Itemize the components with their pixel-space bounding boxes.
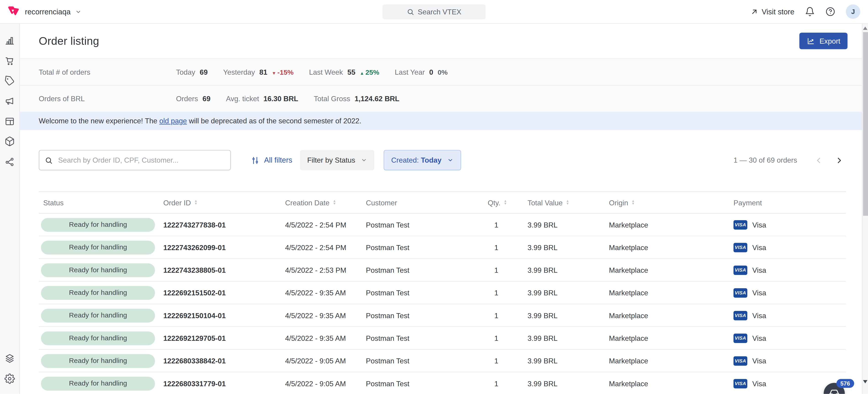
created-today-dropdown[interactable]: Created: Today [383, 150, 461, 170]
visa-card-icon: VISA [734, 265, 747, 274]
order-row[interactable]: Ready for handling1222692129705-014/5/20… [39, 327, 846, 350]
sidebar-item-marketing[interactable] [0, 96, 20, 106]
sidebar-item-catalog[interactable] [0, 136, 20, 147]
sidebar-item-settings[interactable] [0, 373, 20, 384]
creation-date: 4/5/2022 - 9:35 AM [285, 334, 366, 342]
notification-count-badge: 576 [836, 379, 854, 388]
order-id: 1222692151502-01 [163, 289, 285, 297]
export-button[interactable]: Export [800, 33, 848, 50]
visit-store-button[interactable]: Visit store [750, 7, 794, 16]
creation-date: 4/5/2022 - 9:05 AM [285, 357, 366, 365]
origin: Marketplace [609, 221, 734, 229]
column-header-qty[interactable]: Qty.▲▼ [488, 198, 527, 206]
total-value: 3.99 BRL [527, 289, 609, 297]
orders-table: StatusOrder ID▲▼Creation Date▲▼CustomerQ… [39, 191, 846, 394]
total-value: 3.99 BRL [527, 266, 609, 274]
banner-text-after: will be deprecated as of the second seme… [187, 117, 361, 125]
column-header-customer: Customer [366, 198, 488, 206]
quantity: 1 [488, 266, 527, 274]
quantity: 1 [488, 357, 527, 365]
app-window: recorrenciaqa Search VTEX Visit store [0, 0, 868, 394]
order-row[interactable]: Ready for handling1222743262099-014/5/20… [39, 236, 846, 259]
account-name: recorrenciaqa [25, 7, 71, 16]
status-badge: Ready for handling [41, 308, 155, 322]
status-badge: Ready for handling [41, 376, 155, 390]
quantity: 1 [488, 334, 527, 342]
order-row[interactable]: Ready for handling1222680338842-014/5/20… [39, 350, 846, 372]
total-value: 3.99 BRL [527, 311, 609, 319]
column-header-total-value[interactable]: Total Value▲▼ [527, 198, 609, 206]
customer-name: Postman Test [366, 289, 488, 297]
stat-delta: ▼ -15% [272, 68, 293, 76]
scrollbar-thumb[interactable] [863, 32, 868, 216]
stat-metric: Last Week55▲ 25% [309, 68, 379, 76]
column-header-order-id[interactable]: Order ID▲▼ [163, 198, 285, 206]
order-id: 1222743238805-01 [163, 266, 285, 274]
help-icon[interactable] [825, 7, 835, 17]
sidebar-item-orders[interactable] [0, 55, 20, 66]
order-stats: Total # of orders Today69Yesterday81▼ -1… [20, 58, 868, 112]
box-icon [4, 136, 15, 146]
filters-toolbar: All filters Filter by Status Created: To… [39, 150, 846, 170]
order-row[interactable]: Ready for handling1222680331779-014/5/20… [39, 372, 846, 394]
order-id: 1222692150104-01 [163, 311, 285, 319]
next-page-button[interactable] [833, 154, 846, 167]
payment-method: Visa [752, 243, 766, 252]
origin: Marketplace [609, 357, 734, 365]
table-header-row: StatusOrder ID▲▼Creation Date▲▼CustomerQ… [39, 191, 846, 214]
sidebar-item-storefront[interactable] [0, 116, 20, 127]
status-badge: Ready for handling [41, 331, 155, 345]
visa-card-icon: VISA [734, 220, 747, 229]
quantity: 1 [488, 221, 527, 229]
sort-icon: ▲▼ [504, 200, 507, 205]
sidebar-item-promotions[interactable] [0, 75, 20, 86]
external-link-arrow-icon [750, 8, 758, 15]
previous-page-button[interactable] [812, 154, 825, 167]
payment-method: Visa [752, 334, 766, 342]
notifications-bell-icon[interactable] [805, 7, 815, 17]
sidebar-item-integrations[interactable] [0, 156, 20, 167]
stats-metrics: Orders69Avg. ticket16.30 BRLTotal Gross1… [176, 95, 399, 103]
creation-date: 4/5/2022 - 9:35 AM [285, 289, 366, 297]
scroll-down-arrow[interactable] [863, 380, 867, 384]
all-filters-button[interactable]: All filters [251, 156, 292, 165]
filter-by-status-dropdown[interactable]: Filter by Status [300, 150, 374, 170]
scroll-up-arrow[interactable] [863, 27, 867, 30]
customer-name: Postman Test [366, 357, 488, 365]
payment-method: Visa [752, 311, 766, 319]
sidebar-item-apps[interactable] [0, 353, 20, 364]
order-row[interactable]: Ready for handling1222743238805-014/5/20… [39, 259, 846, 282]
payment-method: Visa [752, 266, 766, 274]
stat-delta: ▲ 25% [360, 68, 379, 76]
sliders-icon [251, 156, 259, 165]
creation-date: 4/5/2022 - 2:53 PM [285, 266, 366, 274]
column-header-origin[interactable]: Origin▲▼ [609, 198, 734, 206]
banner-text-before: Welcome to the new experience! The [39, 117, 159, 125]
status-badge: Ready for handling [41, 354, 155, 368]
stat-metric: Orders69 [176, 95, 211, 103]
order-row[interactable]: Ready for handling1222692150104-014/5/20… [39, 304, 846, 327]
customer-name: Postman Test [366, 243, 488, 252]
megaphone-icon [4, 96, 15, 106]
order-row[interactable]: Ready for handling1222743277838-014/5/20… [39, 214, 846, 236]
order-search-input[interactable] [57, 156, 225, 165]
order-row[interactable]: Ready for handling1222692151502-014/5/20… [39, 282, 846, 304]
column-header-creation-date[interactable]: Creation Date▲▼ [285, 198, 366, 206]
pagination: 1 — 30 of 69 orders [734, 154, 846, 167]
column-header-payment: Payment [734, 198, 846, 206]
column-header-status: Status [39, 198, 163, 206]
pagination-label: 1 — 30 of 69 orders [734, 156, 797, 164]
chevron-down-icon [447, 157, 453, 163]
global-search-bar[interactable]: Search VTEX [382, 4, 486, 19]
old-page-link[interactable]: old page [159, 117, 187, 125]
sidebar-item-analytics[interactable] [0, 35, 20, 46]
visa-card-icon: VISA [734, 356, 747, 365]
creation-date: 4/5/2022 - 9:05 AM [285, 379, 366, 387]
stat-metric: Avg. ticket16.30 BRL [226, 95, 298, 103]
account-switcher[interactable]: recorrenciaqa [8, 6, 81, 18]
deprecation-banner: Welcome to the new experience! The old p… [20, 112, 868, 130]
orders-table-body: Ready for handling1222743277838-014/5/20… [39, 214, 846, 394]
customer-name: Postman Test [366, 221, 488, 229]
stats-row-brl: Orders of BRL Orders69Avg. ticket16.30 B… [20, 85, 868, 112]
user-avatar[interactable]: J [846, 4, 860, 19]
